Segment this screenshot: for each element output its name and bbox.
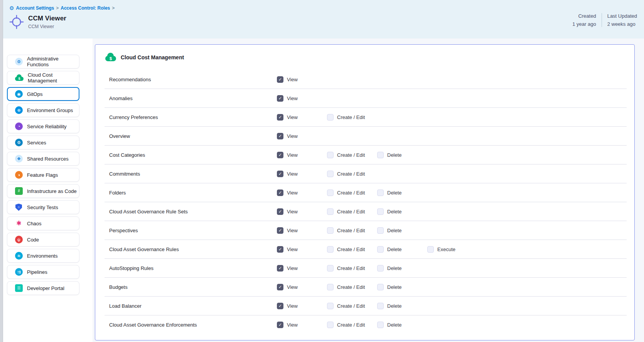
resource-label: Load Balancer [109,303,277,309]
create-checkbox[interactable] [327,284,334,290]
gitops-icon: ◉ [15,90,23,98]
permission-label: View [287,133,298,139]
last-updated-label: Last Updated [607,13,637,19]
delete-checkbox[interactable] [377,208,384,215]
permission-row: Recommendations View [95,70,634,89]
sidebar: ⚙ Administrative Functions $ Cloud Cost … [3,39,93,342]
resource-label: Overview [109,133,277,139]
create-permission-cell: Create / Edit [327,208,377,215]
last-updated-value: 2 weeks ago [607,21,636,27]
delete-checkbox[interactable] [377,322,384,328]
permission-label: Create / Edit [337,190,365,196]
settings-gear-icon: ⚙ [9,5,14,11]
delete-checkbox[interactable] [377,189,384,196]
view-permission-cell: View [277,95,327,102]
permission-label: Create / Edit [337,171,365,177]
permission-label: Delete [387,228,402,233]
view-permission-cell: View [277,322,327,328]
sidebar-item-service-reliability[interactable]: ◔ Service Reliability [7,119,79,133]
view-checkbox[interactable] [277,284,283,290]
view-checkbox[interactable] [277,265,283,272]
view-checkbox[interactable] [277,322,283,328]
delete-permission-cell: Delete [377,189,427,196]
breadcrumb-access-control-roles[interactable]: Access Control: Roles [61,5,110,11]
view-checkbox[interactable] [277,95,283,102]
sidebar-item-chaos[interactable]: ✱ Chaos [7,216,79,230]
create-checkbox[interactable] [327,208,334,215]
delete-checkbox[interactable] [377,303,384,309]
create-checkbox[interactable] [327,322,334,328]
view-checkbox[interactable] [277,114,283,121]
delete-checkbox[interactable] [377,284,384,290]
view-permission-cell: View [277,284,327,290]
sidebar-item-environments[interactable]: ≋ Environments [7,249,79,263]
permission-row: Currency Preferences View Create / Edit [95,108,634,127]
create-checkbox[interactable] [327,246,334,253]
delete-checkbox[interactable] [377,246,384,253]
create-checkbox[interactable] [327,114,334,121]
view-checkbox[interactable] [277,303,283,309]
view-checkbox[interactable] [277,171,283,177]
sidebar-item-gitops[interactable]: ◉ GitOps [7,87,79,101]
create-checkbox[interactable] [327,227,334,234]
permission-label: View [287,152,298,158]
sidebar-item-environment-groups[interactable]: ⊕ Environment Groups [7,103,79,117]
view-checkbox[interactable] [277,152,283,158]
permission-label: View [287,77,298,82]
create-checkbox[interactable] [327,265,334,272]
create-checkbox[interactable] [327,303,334,309]
delete-checkbox[interactable] [377,265,384,272]
sidebar-item-developer-portal[interactable]: ☰ Developer Portal [7,281,79,295]
permission-label: View [287,171,298,177]
create-permission-cell: Create / Edit [327,171,377,177]
sidebar-item-code[interactable]: ψ Code [7,233,79,246]
view-checkbox[interactable] [277,227,283,234]
resource-label: Cost Categories [109,152,277,158]
left-edge-strip [0,0,3,342]
view-permission-cell: View [277,76,327,83]
permission-row: Cloud Asset Governance Enforcements View… [95,315,634,334]
permission-row: Cloud Asset Governance Rule Sets View Cr… [95,202,634,221]
create-permission-cell: Create / Edit [327,189,377,196]
delete-checkbox[interactable] [377,227,384,234]
execute-checkbox[interactable] [427,246,434,253]
delete-permission-cell: Delete [377,265,427,272]
view-permission-cell: View [277,246,327,253]
sidebar-item-administrative-functions[interactable]: ⚙ Administrative Functions [7,55,79,69]
view-checkbox[interactable] [277,208,283,215]
permission-label: View [287,322,298,328]
sidebar-item-infrastructure-as-code[interactable]: # Infrastructure as Code [7,184,79,198]
view-checkbox[interactable] [277,246,283,253]
view-checkbox[interactable] [277,76,283,83]
sidebar-item-services[interactable]: ⚙ Services [7,136,79,149]
security-tests-icon: ○ [15,204,22,211]
view-checkbox[interactable] [277,189,283,196]
create-checkbox[interactable] [327,152,334,158]
panel-title: Cloud Cost Management [121,54,184,60]
breadcrumb-account-settings[interactable]: Account Settings [16,5,54,11]
permission-label: Delete [387,209,402,215]
sidebar-item-label: Shared Resources [27,156,69,162]
create-permission-cell: Create / Edit [327,303,377,309]
resource-label: Cloud Asset Governance Rule Sets [109,209,277,215]
sidebar-item-label: Administrative Functions [27,56,79,67]
sidebar-item-label: Pipelines [27,269,47,275]
resource-label: Cloud Asset Governance Rules [109,246,277,252]
create-permission-cell: Create / Edit [327,265,377,272]
page-subtitle: CCM Viewer [28,24,66,29]
sidebar-item-feature-flags[interactable]: ◑ Feature Flags [7,168,79,182]
permission-label: View [287,246,298,252]
sidebar-item-pipelines[interactable]: ⇉ Pipelines [7,265,79,279]
sidebar-item-shared-resources[interactable]: ❖ Shared Resources [7,152,79,166]
create-checkbox[interactable] [327,189,334,196]
delete-checkbox[interactable] [377,152,384,158]
service-reliability-icon: ◔ [15,122,23,130]
view-permission-cell: View [277,152,327,158]
create-checkbox[interactable] [327,171,334,177]
sidebar-item-cloud-cost-management[interactable]: $ Cloud Cost Management [7,71,79,85]
page-header: ⚙ Account Settings > Access Control: Rol… [3,0,644,39]
view-checkbox[interactable] [277,133,283,139]
sidebar-item-security-tests[interactable]: ○ Security Tests [7,200,79,214]
chaos-icon: ✱ [15,220,23,227]
permission-row: Commitments View Create / Edit [95,164,634,183]
